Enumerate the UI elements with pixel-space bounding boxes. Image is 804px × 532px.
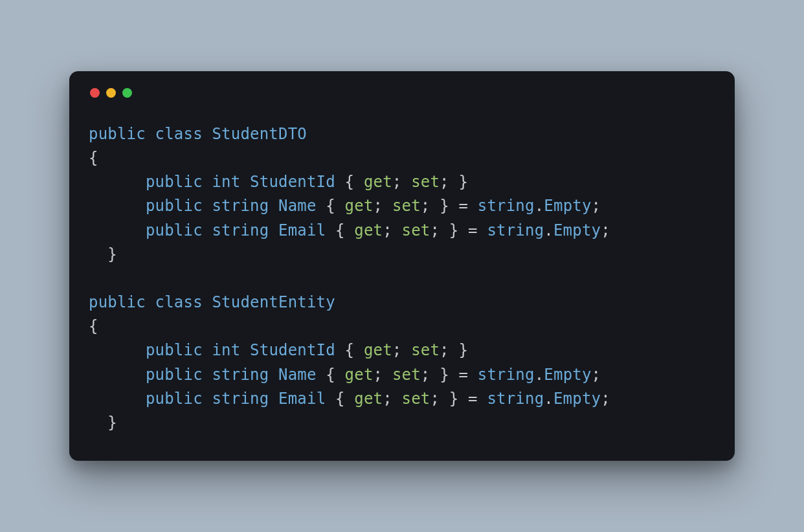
type-string: string [487, 221, 544, 239]
brace-open: { [326, 366, 335, 384]
code-block: public class StudentDTO { public int Stu… [89, 122, 715, 435]
dot: . [535, 366, 544, 384]
minimize-icon[interactable] [106, 88, 116, 98]
type-string: string [212, 221, 269, 239]
accessor-get: get [364, 173, 392, 191]
keyword-public: public [146, 197, 203, 215]
accessor-get: get [354, 390, 383, 408]
member-empty: Empty [544, 197, 591, 215]
keyword-class: class [155, 293, 203, 311]
brace-open: { [345, 173, 355, 191]
keyword-class: class [155, 125, 203, 143]
semicolon: ; [592, 366, 601, 384]
member-empty: Empty [553, 221, 601, 239]
keyword-public: public [146, 390, 203, 408]
type-string: string [487, 390, 544, 408]
type-string: string [478, 197, 535, 215]
brace-open: { [335, 390, 345, 408]
keyword-public: public [146, 173, 203, 191]
accessor-set: set [392, 197, 421, 215]
accessor-set: set [411, 173, 440, 191]
type-string: string [478, 366, 535, 384]
semicolon: ; [392, 341, 402, 359]
property-name: Email [278, 390, 326, 408]
keyword-public: public [146, 341, 203, 359]
brace-close: } [440, 366, 449, 384]
semicolon: ; [421, 197, 430, 215]
brace-close: } [107, 245, 117, 263]
equals: = [468, 390, 478, 408]
keyword-public: public [146, 221, 203, 239]
property-name: StudentId [250, 173, 335, 191]
brace-close: } [458, 341, 468, 359]
brace-open: { [89, 317, 98, 335]
semicolon: ; [601, 221, 610, 239]
type-string: string [212, 366, 269, 384]
equals: = [458, 366, 468, 384]
semicolon: ; [383, 390, 392, 408]
semicolon: ; [601, 390, 610, 408]
type-string: string [212, 390, 269, 408]
class-name: StudentEntity [212, 293, 335, 311]
brace-open: { [89, 149, 98, 167]
brace-close: } [440, 197, 449, 215]
brace-open: { [335, 221, 345, 239]
semicolon: ; [383, 221, 392, 239]
accessor-get: get [354, 221, 383, 239]
accessor-set: set [411, 341, 440, 359]
accessor-get: get [364, 341, 392, 359]
type-string: string [212, 197, 269, 215]
semicolon: ; [430, 221, 440, 239]
maximize-icon[interactable] [122, 88, 132, 98]
property-name: StudentId [250, 341, 335, 359]
semicolon: ; [430, 390, 440, 408]
semicolon: ; [592, 197, 601, 215]
accessor-set: set [392, 366, 421, 384]
brace-close: } [107, 414, 117, 432]
member-empty: Empty [544, 366, 591, 384]
semicolon: ; [421, 366, 430, 384]
dot: . [544, 390, 553, 408]
equals: = [458, 197, 468, 215]
accessor-get: get [345, 366, 374, 384]
keyword-public: public [146, 366, 203, 384]
class-name: StudentDTO [212, 125, 307, 143]
brace-open: { [345, 341, 355, 359]
dot: . [544, 221, 553, 239]
equals: = [468, 221, 478, 239]
semicolon: ; [440, 341, 449, 359]
brace-close: } [458, 173, 468, 191]
window-traffic-lights [89, 88, 715, 98]
property-name: Name [278, 197, 317, 215]
dot: . [535, 197, 544, 215]
keyword-public: public [89, 125, 146, 143]
property-name: Name [278, 366, 317, 384]
semicolon: ; [374, 366, 383, 384]
brace-close: } [449, 390, 459, 408]
member-empty: Empty [553, 390, 601, 408]
brace-close: } [449, 221, 459, 239]
code-window: public class StudentDTO { public int Stu… [69, 71, 735, 461]
type-int: int [212, 173, 240, 191]
type-int: int [212, 341, 240, 359]
close-icon[interactable] [90, 88, 100, 98]
semicolon: ; [440, 173, 449, 191]
semicolon: ; [392, 173, 402, 191]
brace-open: { [326, 197, 335, 215]
keyword-public: public [89, 293, 146, 311]
accessor-set: set [402, 390, 430, 408]
property-name: Email [278, 221, 326, 239]
accessor-get: get [345, 197, 374, 215]
semicolon: ; [374, 197, 383, 215]
accessor-set: set [402, 221, 430, 239]
